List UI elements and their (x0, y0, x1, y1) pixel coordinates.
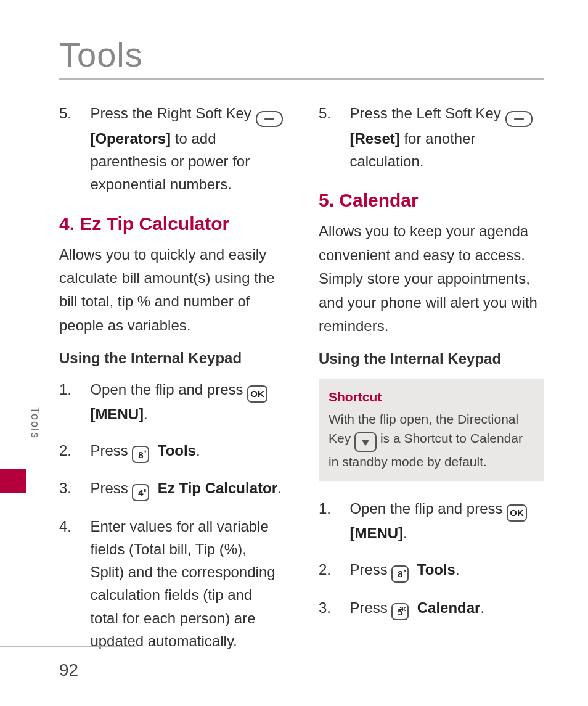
left-soft-key-icon (505, 111, 533, 127)
side-tab-label: Tools (28, 407, 41, 439)
manual-page: Tools 5. Press the Right Soft Key [Opera… (0, 0, 588, 706)
left-column: 5. Press the Right Soft Key [Operators] … (59, 102, 284, 666)
page-title: Tools (59, 35, 544, 80)
key-4-icon: 4s (132, 484, 149, 501)
left-step-1: 1. Open the flip and press OK [MENU]. (59, 378, 284, 425)
right-column: 5. Press the Left Soft Key [Reset] for a… (319, 102, 544, 666)
right-step-3: 3. Press 5JK Calendar. (319, 596, 544, 621)
side-tab-accent (0, 469, 26, 493)
left-subheading: Using the Internal Keypad (59, 350, 284, 367)
section-heading-ez-tip: 4. Ez Tip Calculator (59, 213, 284, 234)
right-step-2: 2. Press 8* Tools. (319, 558, 544, 583)
ok-key-icon: OK (507, 504, 527, 522)
shortcut-box: Shortcut With the flip open, the Directi… (319, 379, 544, 481)
left-step-2: 2. Press 8* Tools. (59, 439, 284, 464)
left-step-4: 4. Enter values for all variable fields … (59, 515, 284, 652)
key-8-icon: 8* (132, 446, 149, 463)
ok-key-icon: OK (247, 385, 267, 403)
right-soft-key-icon (256, 111, 283, 127)
right-step-1: 1. Open the flip and press OK [MENU]. (319, 497, 544, 544)
right-subheading: Using the Internal Keypad (319, 350, 544, 367)
footer-rule (0, 646, 136, 647)
left-step-3: 3. Press 4s Ez Tip Calculator. (59, 477, 284, 501)
calendar-description: Allows you to keep your agenda convenien… (319, 220, 544, 338)
nav-down-icon (354, 432, 377, 452)
left-step-5: 5. Press the Right Soft Key [Operators] … (59, 102, 284, 196)
section-heading-calendar: 5. Calendar (319, 190, 544, 211)
key-8-icon: 8* (391, 565, 409, 583)
page-number: 92 (59, 660, 78, 680)
ez-tip-description: Allows you to quickly and easily calcula… (59, 243, 284, 338)
right-step-5: 5. Press the Left Soft Key [Reset] for a… (319, 102, 544, 173)
shortcut-label: Shortcut (329, 387, 534, 407)
columns: 5. Press the Right Soft Key [Operators] … (59, 102, 544, 666)
key-5-icon: 5JK (391, 603, 409, 620)
